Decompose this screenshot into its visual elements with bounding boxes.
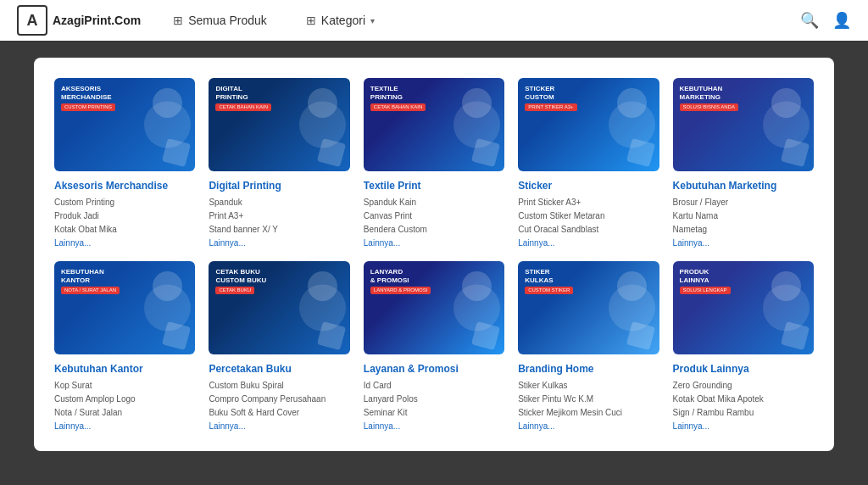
category-image-kebutuhan-marketing: KEBUTUHAN MARKETING SOLUSI BISNIS ANDA — [673, 78, 814, 171]
main-content: AKSESORIS MERCHANDISE CUSTOM PRINTING Ak… — [0, 41, 868, 485]
category-item: Custom Amplop Logo — [54, 393, 195, 406]
category-card-kebutuhan-kantor[interactable]: KEBUTUHAN KANTOR NOTA / SURAT JALAN Kebu… — [54, 261, 195, 431]
category-more-link[interactable]: Lainnya... — [518, 238, 659, 248]
category-more-link[interactable]: Lainnya... — [209, 238, 349, 248]
profile-button[interactable]: 👤 — [832, 11, 851, 30]
category-items: Zero GroundingKotak Obat Mika ApotekSign… — [673, 379, 814, 420]
category-card-branding[interactable]: STIKER KULKAS CUSTOM STIKER Branding Hom… — [518, 261, 659, 431]
category-title: Branding Home — [518, 363, 659, 375]
category-more-link[interactable]: Lainnya... — [673, 238, 814, 248]
category-image-sticker: STICKER CUSTOM PRINT STIKER A3+ — [518, 78, 659, 171]
category-item: Cut Oracal Sandblast — [518, 223, 659, 237]
category-card-produk-lainnya[interactable]: PRODUK LAINNYA SOLUSI LENGKAP Produk Lai… — [673, 261, 814, 431]
category-item: Print Sticker A3+ — [518, 196, 659, 209]
chevron-down-icon: ▾ — [370, 16, 375, 25]
category-image-percetakan: CETAK BUKU CUSTOM BUKU CETAK BUKU — [209, 261, 349, 354]
category-item: Stand banner X/ Y — [209, 223, 349, 237]
category-more-link[interactable]: Lainnya... — [518, 421, 659, 431]
category-item: Compro Company Perusahaan — [209, 393, 349, 406]
category-more-link[interactable]: Lainnya... — [209, 421, 349, 431]
logo-icon: A — [17, 5, 47, 36]
category-subtitle: LANYARD & PROMOSI — [370, 287, 431, 294]
nav-all-products-label: Semua Produk — [188, 14, 267, 27]
category-items: SpandukPrint A3+Stand banner X/ Y — [209, 196, 349, 237]
category-title: Produk Lainnya — [673, 363, 814, 375]
category-more-link[interactable]: Lainnya... — [364, 238, 504, 248]
category-subtitle: CETAK BUKU — [215, 287, 254, 294]
logo[interactable]: A AzagiPrint.Com — [17, 5, 141, 36]
navbar: A AzagiPrint.Com ⊞ Semua Produk ⊞ Katego… — [0, 0, 868, 41]
category-item: Spanduk — [209, 196, 349, 209]
category-image-kebutuhan-kantor: KEBUTUHAN KANTOR NOTA / SURAT JALAN — [54, 261, 195, 354]
category-title: Aksesoris Merchandise — [54, 180, 195, 192]
category-item: Nametag — [673, 223, 814, 237]
category-subtitle: CETAK BAHAN KAIN — [215, 103, 271, 111]
category-decoration — [588, 78, 659, 171]
category-card-textile[interactable]: TEXTILE PRINTING CETAK BAHAN KAIN Textil… — [364, 78, 504, 248]
category-more-link[interactable]: Lainnya... — [673, 421, 814, 431]
category-image-digital: DIGITAL PRINTING CETAK BAHAN KAIN — [209, 78, 349, 171]
category-subtitle: SOLUSI BISNIS ANDA — [680, 103, 738, 111]
nav-category[interactable]: ⊞ Kategori ▾ — [299, 10, 381, 31]
category-items: Spanduk KainCanvas PrintBendera Custom — [364, 196, 504, 237]
category-item: Produk Jadi — [54, 209, 195, 223]
category-card-sticker[interactable]: STICKER CUSTOM PRINT STIKER A3+ Sticker … — [518, 78, 659, 248]
white-container: AKSESORIS MERCHANDISE CUSTOM PRINTING Ak… — [34, 58, 834, 451]
category-item: Lanyard Polos — [364, 393, 504, 406]
category-image-produk-lainnya: PRODUK LAINNYA SOLUSI LENGKAP — [673, 261, 814, 354]
nav-all-products[interactable]: ⊞ Semua Produk — [166, 10, 274, 31]
category-item: Seminar Kit — [364, 406, 504, 420]
category-subtitle: SOLUSI LENGKAP — [680, 287, 731, 294]
category-item: Kartu Nama — [673, 209, 814, 223]
category-icon: ⊞ — [306, 14, 316, 27]
category-card-aksesoris[interactable]: AKSESORIS MERCHANDISE CUSTOM PRINTING Ak… — [54, 78, 195, 248]
category-card-layanan[interactable]: LANYARD & PROMOSI LANYARD & PROMOSI Laya… — [364, 261, 504, 431]
category-card-digital[interactable]: DIGITAL PRINTING CETAK BAHAN KAIN Digita… — [209, 78, 349, 248]
category-item: Kotak Obat Mika — [54, 223, 195, 237]
category-card-kebutuhan-marketing[interactable]: KEBUTUHAN MARKETING SOLUSI BISNIS ANDA K… — [673, 78, 814, 248]
category-more-link[interactable]: Lainnya... — [54, 421, 195, 431]
category-item: Brosur / Flayer — [673, 196, 814, 209]
category-decoration — [280, 261, 350, 354]
category-card-percetakan[interactable]: CETAK BUKU CUSTOM BUKU CETAK BUKU Percet… — [209, 261, 349, 431]
category-items: Custom Buku SpiralCompro Company Perusah… — [209, 379, 349, 420]
category-image-layanan: LANYARD & PROMOSI LANYARD & PROMOSI — [364, 261, 504, 354]
grid-icon: ⊞ — [173, 14, 183, 27]
category-items: Id CardLanyard PolosSeminar Kit — [364, 379, 504, 420]
category-item: Sign / Rambu Rambu — [673, 406, 814, 420]
category-more-link[interactable]: Lainnya... — [54, 238, 195, 248]
category-title: Layanan & Promosi — [364, 363, 504, 375]
category-item: Stiker Kulkas — [518, 379, 659, 393]
category-image-text: AKSESORIS MERCHANDISE CUSTOM PRINTING — [61, 85, 115, 111]
category-decoration — [125, 78, 195, 171]
category-item: Custom Printing — [54, 196, 195, 209]
category-image-text: TEXTILE PRINTING CETAK BAHAN KAIN — [370, 85, 426, 111]
category-decoration — [743, 261, 814, 354]
category-image-text: KEBUTUHAN MARKETING SOLUSI BISNIS ANDA — [680, 85, 738, 111]
category-subtitle: NOTA / SURAT JALAN — [61, 287, 120, 294]
category-item: Kotak Obat Mika Apotek — [673, 393, 814, 406]
category-item: Custom Buku Spiral — [209, 379, 349, 393]
category-item: Buku Soft & Hard Cover — [209, 406, 349, 420]
search-button[interactable]: 🔍 — [800, 11, 819, 30]
categories-grid: AKSESORIS MERCHANDISE CUSTOM PRINTING Ak… — [54, 78, 814, 431]
category-title: Textile Print — [364, 180, 504, 192]
category-image-text: CETAK BUKU CUSTOM BUKU CETAK BUKU — [215, 268, 266, 294]
category-decoration — [434, 261, 504, 354]
category-item: Spanduk Kain — [364, 196, 504, 209]
category-items: Stiker KulkasStiker Pintu Wc K.MSticker … — [518, 379, 659, 420]
category-decoration — [588, 261, 659, 354]
category-decoration — [125, 261, 195, 354]
category-items: Kop SuratCustom Amplop LogoNota / Surat … — [54, 379, 195, 420]
category-image-text: DIGITAL PRINTING CETAK BAHAN KAIN — [215, 85, 271, 111]
category-more-link[interactable]: Lainnya... — [364, 421, 504, 431]
category-item: Nota / Surat Jalan — [54, 406, 195, 420]
category-item: Id Card — [364, 379, 504, 393]
category-title: Kebutuhan Marketing — [673, 180, 814, 192]
category-item: Zero Grounding — [673, 379, 814, 393]
category-decoration — [743, 78, 814, 171]
category-title: Kebutuhan Kantor — [54, 363, 195, 375]
category-subtitle: PRINT STIKER A3+ — [525, 103, 576, 111]
category-subtitle: CETAK BAHAN KAIN — [370, 103, 426, 111]
category-image-branding: STIKER KULKAS CUSTOM STIKER — [518, 261, 659, 354]
